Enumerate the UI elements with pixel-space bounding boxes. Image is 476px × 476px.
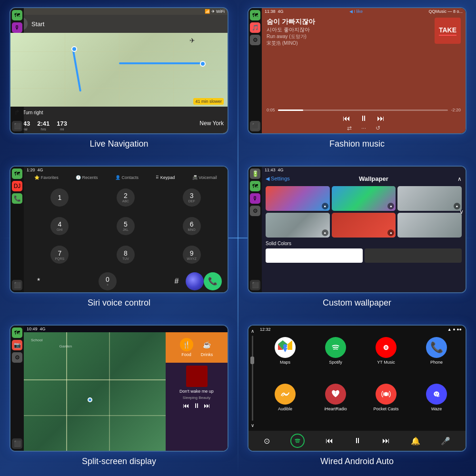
nav-app-maps[interactable]: 🗺: [12, 10, 22, 20]
split-status-bar: 10:49 4G: [24, 326, 228, 332]
wall-thumb-6[interactable]: [397, 213, 462, 238]
music-shuffle-button[interactable]: ⇄: [347, 125, 352, 131]
wall-app-settings[interactable]: ⚙: [250, 206, 260, 216]
music-pause-button[interactable]: ⏸: [360, 114, 367, 123]
wall-solid-colors-label: Solid Colors: [262, 239, 466, 248]
split-app-settings[interactable]: ⚙: [12, 352, 22, 363]
siri-key-2[interactable]: 2ABC: [117, 188, 135, 207]
siri-ball-icon[interactable]: [186, 272, 204, 290]
svg-point-20: [439, 396, 440, 397]
wall-up-arrow[interactable]: ∧: [457, 176, 462, 182]
svg-point-17: [435, 393, 436, 394]
siri-key-8[interactable]: 8TUV: [117, 246, 135, 264]
siri-key-star[interactable]: *: [30, 277, 48, 286]
nav-app-grid[interactable]: ⬛: [12, 121, 22, 131]
android-app-audible[interactable]: Audible: [262, 384, 308, 427]
nav-app-podcast[interactable]: 🎙: [12, 22, 22, 33]
siri-key-3[interactable]: 3DEF: [183, 188, 201, 207]
siri-key-6[interactable]: 6MNO: [183, 217, 201, 235]
music-forward-button[interactable]: ⏭: [377, 114, 385, 123]
nav-hrs-val: 2:41: [37, 120, 50, 127]
siri-tab-keypad[interactable]: ⠿ Keypad: [156, 175, 175, 180]
android-waze-icon: [426, 384, 447, 405]
wall-thumb-3[interactable]: ●: [397, 186, 462, 211]
siri-key-4[interactable]: 4GHI: [50, 217, 69, 235]
nav-bottom-bar: 11:43 arrival 2:41 hrs 173 mi: [10, 118, 228, 133]
android-app-iheartradio[interactable]: i iHeartRadio: [312, 384, 359, 427]
wall-app-battery[interactable]: 🔋: [250, 169, 260, 179]
music-progress-track[interactable]: [278, 109, 448, 111]
siri-app-maps[interactable]: 🗺: [12, 169, 22, 179]
split-pause-button[interactable]: ⏸: [193, 402, 200, 409]
wall-thumb-2[interactable]: ●: [332, 186, 396, 211]
siri-app-grid[interactable]: ⬛: [12, 280, 22, 290]
nav-location-start: [71, 46, 77, 52]
wall-solid-dark[interactable]: [365, 248, 462, 263]
siri-key-5[interactable]: 5JKL: [117, 217, 135, 235]
android-volume-slider[interactable]: ∧ ∨: [248, 326, 256, 431]
android-pause-button[interactable]: ⏸: [354, 436, 361, 445]
wall-down-arrow[interactable]: ∨: [459, 208, 464, 215]
music-time: 11:38 4G: [265, 9, 284, 14]
android-app-pocketcasts[interactable]: Pocket Casts: [363, 384, 409, 427]
siri-tab-favorites[interactable]: ⭐ Favorites: [34, 175, 59, 180]
split-food-item[interactable]: 🍴 Food: [180, 338, 193, 357]
wall-app-podcast[interactable]: 🎙: [250, 193, 260, 204]
android-mic-button[interactable]: 🎤: [441, 436, 450, 446]
siri-tab-voicemail[interactable]: 📠 Voicemail: [192, 175, 217, 180]
split-screen-wrapper: 🗺 📷 ⚙ ⬛ 10:49 4G: [10, 325, 228, 452]
music-app-music[interactable]: 🎵: [250, 22, 260, 33]
siri-key-0[interactable]: 0+: [99, 272, 117, 290]
android-bell-button[interactable]: 🔔: [411, 436, 420, 446]
android-vol-up[interactable]: ∧: [251, 328, 254, 334]
split-app-grid[interactable]: ⬛: [12, 438, 22, 449]
split-content: School Garden 🍴 Food: [24, 332, 228, 451]
android-vol-down[interactable]: ∨: [251, 423, 254, 428]
split-map-bg: School Garden: [24, 332, 166, 451]
wall-thumb-5[interactable]: ●: [332, 213, 396, 238]
wall-thumb-1[interactable]: ●: [266, 186, 330, 211]
siri-tab-contacts[interactable]: 👤 Contacts: [115, 175, 139, 180]
music-rewind-button[interactable]: ⏮: [343, 114, 350, 123]
siri-app-phone[interactable]: 📞: [12, 193, 22, 204]
waze-logo-icon: [430, 388, 443, 400]
split-drinks-item[interactable]: ☕ Drinks: [200, 338, 214, 357]
wall-solid-white[interactable]: [266, 248, 363, 263]
split-rewind-button[interactable]: ⏮: [183, 402, 189, 409]
android-vol-thumb: [250, 357, 254, 364]
wall-sidebar: 🔋 🗺 🎙 ⚙ ⬛: [248, 167, 262, 292]
android-app-ytmusic[interactable]: YT Music: [363, 337, 409, 380]
android-app-phone[interactable]: 📞 Phone: [413, 337, 460, 380]
android-app-maps[interactable]: Maps: [262, 337, 308, 380]
siri-call-button[interactable]: 📞: [204, 272, 222, 290]
wall-thumb-4[interactable]: ●: [266, 213, 330, 238]
android-app-spotify[interactable]: Spotify: [312, 337, 359, 380]
android-app-waze[interactable]: Waze: [413, 384, 460, 427]
android-main: 12:32 ▲ ● ●●: [256, 326, 466, 431]
siri-tab-recents[interactable]: 🕐 Recents: [76, 175, 98, 180]
siri-key-9[interactable]: 9WXYZ: [183, 246, 201, 264]
android-next-button[interactable]: ⏭: [382, 436, 390, 445]
music-more-button[interactable]: ···: [361, 125, 366, 131]
android-radio-button[interactable]: ⊙: [264, 436, 270, 446]
wall-app-maps[interactable]: 🗺: [250, 181, 260, 191]
android-prev-button[interactable]: ⏮: [326, 436, 333, 445]
siri-key-hash[interactable]: #: [168, 277, 186, 286]
split-app-instagram[interactable]: 📷: [12, 340, 22, 350]
music-app-grid[interactable]: ⬛: [250, 121, 260, 131]
music-app-settings[interactable]: ⚙: [250, 35, 260, 45]
android-spotify-mini[interactable]: [290, 434, 305, 448]
wall-back-button[interactable]: ◀ Settings: [266, 176, 290, 182]
wall-app-grid[interactable]: ⬛: [250, 280, 260, 290]
android-time: 12:32: [260, 327, 271, 332]
siri-key-7[interactable]: 7PQRS: [50, 246, 69, 264]
nav-mi-val: 173: [57, 120, 67, 127]
siri-app-dj[interactable]: DJ: [12, 181, 22, 191]
split-app-maps[interactable]: 🗺: [12, 327, 22, 338]
siri-key-1[interactable]: 1: [50, 188, 69, 207]
iheart-logo-icon: i: [329, 388, 342, 400]
wall-nav-arrows: ∨: [459, 208, 464, 215]
music-repeat-button[interactable]: ↺: [376, 125, 380, 131]
music-app-maps[interactable]: 🗺: [250, 10, 260, 20]
split-forward-button[interactable]: ⏭: [204, 402, 210, 409]
